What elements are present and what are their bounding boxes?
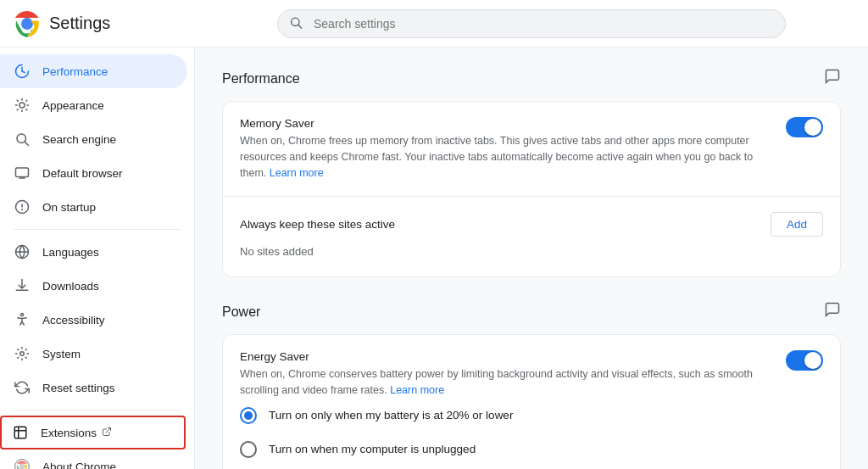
header: Settings	[0, 0, 868, 47]
sidebar-item-reset-settings-label: Reset settings	[42, 382, 115, 394]
sidebar-item-downloads[interactable]: Downloads	[0, 269, 187, 303]
svg-point-17	[19, 464, 25, 469]
svg-point-12	[22, 209, 23, 210]
app-title: Settings	[49, 14, 110, 33]
add-sites-button[interactable]: Add	[771, 212, 823, 237]
energy-saver-desc: When on, Chrome conserves battery power …	[240, 366, 776, 399]
svg-point-2	[24, 20, 31, 27]
sidebar: Performance Appearance Search engine	[0, 47, 195, 469]
energy-saver-title: Energy Saver	[240, 350, 776, 363]
main-content: Performance Memory Saver When on, Chrome…	[195, 47, 868, 469]
about-chrome-icon	[14, 458, 31, 469]
logo-area: Settings	[14, 10, 209, 37]
svg-line-4	[298, 25, 302, 28]
svg-point-14	[21, 314, 24, 316]
radio-unplugged-row[interactable]: Turn on when my computer is unplugged	[240, 433, 823, 466]
sidebar-item-performance[interactable]: Performance	[0, 54, 187, 88]
sidebar-item-reset-settings[interactable]: Reset settings	[0, 371, 187, 405]
sidebar-item-on-startup[interactable]: On startup	[0, 190, 187, 224]
sidebar-item-on-startup-label: On startup	[42, 201, 96, 214]
power-section-header: Power	[222, 301, 841, 322]
search-icon	[289, 15, 303, 31]
svg-rect-8	[16, 168, 29, 177]
memory-saver-toggle[interactable]	[786, 117, 823, 137]
sidebar-item-languages-label: Languages	[42, 246, 99, 259]
search-engine-icon	[14, 131, 31, 148]
reset-settings-icon	[14, 379, 31, 396]
extensions-icon	[12, 424, 29, 441]
energy-saver-row: Energy Saver When on, Chrome conserves b…	[223, 335, 840, 469]
performance-card: Memory Saver When on, Chrome frees up me…	[222, 101, 841, 277]
sidebar-item-performance-label: Performance	[42, 65, 108, 78]
performance-section-header: Performance	[222, 68, 841, 89]
sidebar-item-languages[interactable]: Languages	[0, 235, 187, 269]
sidebar-item-accessibility[interactable]: Accessibility	[0, 303, 187, 337]
performance-icon	[14, 63, 31, 80]
radio-battery-20-circle[interactable]	[240, 407, 257, 424]
sidebar-item-search-engine[interactable]: Search engine	[0, 122, 187, 156]
sidebar-item-default-browser[interactable]: Default browser	[0, 156, 187, 190]
memory-saver-title: Memory Saver	[240, 117, 776, 130]
always-active-label: Always keep these sites active	[240, 218, 395, 231]
system-icon	[14, 345, 31, 362]
radio-unplugged-circle[interactable]	[240, 441, 257, 458]
sidebar-item-extensions-label: Extensions	[41, 427, 97, 439]
sidebar-item-downloads-label: Downloads	[42, 280, 99, 293]
layout: Performance Appearance Search engine	[0, 47, 868, 469]
memory-saver-content: Memory Saver When on, Chrome frees up me…	[240, 117, 776, 181]
power-card: Energy Saver When on, Chrome conserves b…	[222, 334, 841, 469]
performance-section-title: Performance	[222, 71, 300, 87]
search-bar	[277, 9, 786, 38]
performance-section: Performance Memory Saver When on, Chrome…	[222, 68, 841, 277]
sidebar-item-search-engine-label: Search engine	[42, 133, 116, 146]
extensions-label-wrap: Extensions	[41, 427, 112, 439]
sidebar-item-system-label: System	[42, 348, 81, 360]
sidebar-item-appearance-label: Appearance	[42, 99, 104, 112]
power-section: Power Energy Saver When on, Chrome conse…	[222, 301, 841, 469]
power-feedback-icon[interactable]	[824, 301, 841, 322]
sidebar-item-appearance[interactable]: Appearance	[0, 88, 187, 122]
energy-saver-header: Energy Saver When on, Chrome conserves b…	[240, 350, 823, 399]
sidebar-item-extensions[interactable]: Extensions	[0, 416, 186, 449]
power-section-title: Power	[222, 304, 260, 320]
sidebar-divider-2	[14, 410, 181, 410]
accessibility-icon	[14, 311, 31, 328]
appearance-icon	[14, 97, 31, 114]
radio-battery-20-label: Turn on only when my battery is at 20% o…	[269, 409, 513, 422]
sidebar-item-about-chrome-label: About Chrome	[42, 461, 116, 470]
memory-saver-header: Memory Saver When on, Chrome frees up me…	[240, 117, 823, 181]
radio-battery-20-row[interactable]: Turn on only when my battery is at 20% o…	[240, 399, 823, 433]
toggle-thumb	[804, 119, 821, 136]
chrome-logo-icon	[14, 10, 41, 37]
sites-row: Always keep these sites active Add	[240, 212, 823, 237]
on-startup-icon	[14, 198, 31, 215]
svg-point-15	[20, 352, 25, 356]
external-link-icon	[102, 427, 112, 439]
always-active-sites-row: Always keep these sites active Add No si…	[223, 197, 840, 276]
downloads-icon	[14, 277, 31, 294]
memory-saver-learn-more[interactable]: Learn more	[270, 167, 324, 179]
sidebar-divider-1	[14, 229, 181, 230]
sidebar-item-about-chrome[interactable]: About Chrome	[0, 449, 187, 469]
sidebar-item-accessibility-label: Accessibility	[42, 314, 105, 327]
languages-icon	[14, 243, 31, 260]
performance-feedback-icon[interactable]	[824, 68, 841, 89]
energy-saver-content: Energy Saver When on, Chrome conserves b…	[240, 350, 776, 399]
sidebar-item-system[interactable]: System	[0, 337, 187, 371]
svg-line-7	[25, 142, 28, 145]
no-sites-text: No sites added	[240, 237, 823, 261]
memory-saver-row: Memory Saver When on, Chrome frees up me…	[223, 102, 840, 197]
radio-unplugged-label: Turn on when my computer is unplugged	[269, 443, 476, 455]
energy-saver-learn-more[interactable]: Learn more	[390, 384, 444, 396]
default-browser-icon	[14, 165, 31, 181]
svg-point-5	[19, 103, 25, 108]
search-input[interactable]	[277, 9, 786, 38]
memory-saver-desc: When on, Chrome frees up memory from ina…	[240, 133, 776, 181]
sidebar-item-default-browser-label: Default browser	[42, 167, 123, 180]
energy-saver-toggle[interactable]	[786, 350, 823, 371]
